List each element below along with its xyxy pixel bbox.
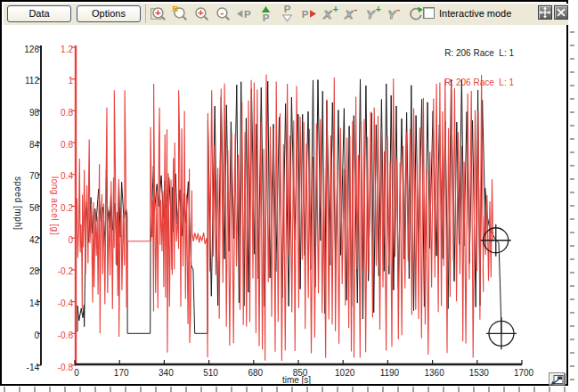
svg-text:+: + — [155, 7, 161, 18]
legend-line-1: R: 206 Race L: 1 — [444, 48, 514, 58]
close-button[interactable] — [554, 5, 568, 20]
options-button[interactable]: Options — [77, 5, 141, 22]
time-tick-label: 0 — [58, 368, 95, 378]
interactive-mode-label: Interactive mode — [439, 8, 511, 19]
accel-tick-label: 1 — [46, 76, 73, 86]
time-tick-label: 680 — [237, 368, 274, 378]
time-tick-label: 510 — [192, 368, 230, 378]
graph-window: Data Options +R+-PPPPX+X-Y+Y- Interactiv… — [0, 0, 568, 386]
svg-text:-: - — [221, 7, 224, 18]
svg-text:P: P — [302, 9, 309, 20]
time-tick-label: 1700 — [505, 368, 542, 378]
accel-tick-label: 1.2 — [46, 45, 73, 54]
svg-text:Y: Y — [366, 8, 376, 21]
speed-tick-label: 14 — [12, 298, 39, 308]
speed-tick-label: 42 — [12, 235, 39, 245]
speed-tick-label: 112 — [12, 76, 39, 86]
time-tick-label: 1360 — [416, 368, 453, 378]
speed-tick-label: -14 — [12, 363, 39, 372]
time-tick-label: 1020 — [326, 368, 363, 378]
accel-tick-label: 0.2 — [46, 203, 73, 213]
accel-tick-label: -0.6 — [46, 331, 73, 340]
speed-tick-label: 0 — [12, 331, 39, 340]
time-tick-label: 170 — [102, 368, 140, 378]
svg-text:+: + — [198, 7, 204, 18]
pan-down-icon[interactable]: P — [278, 4, 297, 23]
pan-left-icon[interactable]: P — [235, 4, 254, 23]
svg-text:P: P — [244, 9, 251, 20]
accel-tick-label: 0 — [46, 235, 73, 245]
speed-tick-label: 28 — [12, 266, 39, 276]
x-zoom-out-icon[interactable]: X- — [342, 4, 361, 23]
accel-tick-label: 0.4 — [46, 171, 73, 181]
move-icon — [539, 6, 551, 19]
speed-tick-label: 98 — [12, 108, 39, 118]
app-window: Data Options +R+-PPPPX+X-Y+Y- Interactiv… — [0, 0, 578, 392]
bottom-ruler-ticks — [4, 387, 565, 392]
svg-text:X: X — [344, 8, 354, 21]
data-button[interactable]: Data — [7, 5, 71, 22]
accel-tick-label: 0.8 — [46, 108, 73, 118]
close-icon — [555, 6, 567, 19]
speed-tick-label: 84 — [12, 140, 39, 150]
zoom-out-icon[interactable]: - — [214, 4, 232, 23]
zoom-in-icon[interactable]: + — [192, 4, 211, 23]
legend: R: 206 Race L: 1 R: 206 Race L: 1 — [444, 29, 514, 107]
svg-text:+: + — [376, 4, 381, 14]
accel-tick-label: -0.4 — [46, 298, 73, 308]
toolbar: Data Options +R+-PPPPX+X-Y+Y- Interactiv… — [4, 4, 568, 25]
zoom-reset-icon[interactable]: R — [171, 4, 190, 23]
accel-tick-label: -0.2 — [46, 266, 73, 276]
pop-out-icon — [550, 375, 564, 386]
svg-text:P: P — [263, 12, 270, 23]
zoom-region-icon[interactable]: + — [150, 4, 168, 23]
time-tick-label: 1530 — [460, 368, 498, 378]
time-tick-label: 1190 — [370, 368, 408, 378]
accel-tick-label: 0.6 — [46, 140, 73, 150]
y-zoom-out-icon[interactable]: Y- — [385, 4, 403, 23]
interactive-mode-checkbox[interactable] — [423, 7, 435, 19]
legend-line-2: R: 206 Race L: 1 — [444, 78, 514, 87]
undo-zoom-icon[interactable] — [406, 4, 425, 23]
time-tick-label: 340 — [147, 368, 184, 378]
time-tick-label: 850 — [281, 368, 319, 378]
svg-text:-: - — [354, 4, 358, 14]
resize-corner-button[interactable] — [549, 372, 565, 385]
speed-tick-label: 70 — [12, 171, 39, 181]
interactive-mode-control: Interactive mode — [423, 7, 511, 19]
svg-text:-: - — [397, 4, 401, 14]
x-zoom-in-icon[interactable]: X+ — [321, 4, 339, 23]
svg-text:Y: Y — [387, 8, 397, 21]
y-zoom-in-icon[interactable]: Y+ — [363, 4, 382, 23]
speed-tick-label: 126 — [12, 45, 39, 54]
svg-text:+: + — [333, 4, 338, 14]
pan-up-icon[interactable]: P — [256, 4, 275, 23]
svg-text:P: P — [284, 4, 291, 14]
pan-right-icon[interactable]: P — [299, 4, 318, 23]
svg-text:X: X — [322, 8, 332, 21]
toolbar-separator — [145, 4, 146, 23]
speed-tick-label: 56 — [12, 203, 39, 213]
toolbar-icon-group: +R+-PPPPX+X-Y+Y- — [150, 4, 425, 23]
svg-text:R: R — [173, 4, 179, 13]
move-window-button[interactable] — [538, 5, 552, 20]
right-ruler-ticks — [570, 32, 574, 380]
